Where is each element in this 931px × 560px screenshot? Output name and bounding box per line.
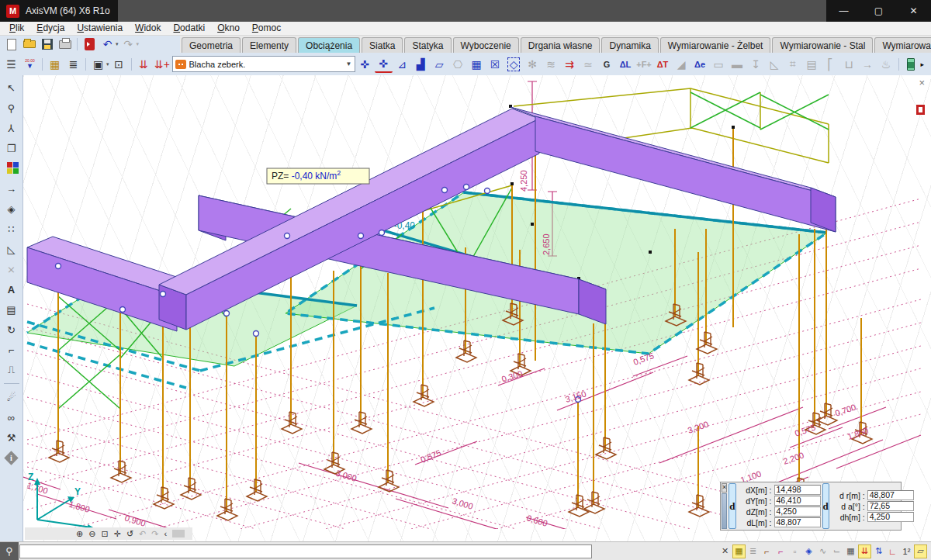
- report-button[interactable]: ≣: [64, 55, 82, 73]
- redo-button[interactable]: ↷: [120, 36, 137, 52]
- table-grid-icon[interactable]: ▦: [844, 544, 857, 558]
- dr-value[interactable]: 48,807: [867, 490, 914, 500]
- display-options-button[interactable]: ∞: [2, 409, 21, 426]
- menu-edycja[interactable]: Edycja: [30, 22, 71, 35]
- moving-load-button[interactable]: ▭: [710, 55, 728, 73]
- viewport-close-icon[interactable]: ×: [919, 78, 925, 88]
- dz-value[interactable]: 4,250: [774, 506, 821, 517]
- support-display-icon[interactable]: ⌐: [760, 544, 774, 558]
- view-redo-icon[interactable]: ↷: [151, 528, 158, 539]
- coord-panel-close-button[interactable]: ×: [722, 483, 727, 493]
- tab-wymiarowanie-drewno[interactable]: Wymiarowanie - Drewno: [874, 37, 931, 53]
- moving-load-2-button[interactable]: ▬: [729, 55, 746, 73]
- delta-toggle-button[interactable]: d: [729, 483, 735, 529]
- renumber-button[interactable]: ↻: [2, 321, 21, 338]
- temperature-chart-button[interactable]: ⇉: [561, 55, 579, 73]
- load-value-callout[interactable]: PZ= -0,40 kN/m2: [267, 168, 369, 184]
- geometry-check-button[interactable]: ◈: [2, 200, 21, 217]
- wind-load-button[interactable]: ≋: [542, 55, 560, 73]
- node-display-icon[interactable]: ▫: [788, 544, 801, 558]
- new-file-button[interactable]: [3, 36, 19, 52]
- panel-load-button[interactable]: ☒: [486, 55, 504, 73]
- frame-load-button[interactable]: ⌗: [784, 55, 802, 73]
- undo-dropdown[interactable]: ▾: [116, 41, 119, 47]
- menu-pomoc[interactable]: Pomoc: [246, 22, 287, 35]
- panel-toggle-button[interactable]: [902, 55, 920, 73]
- command-input[interactable]: [19, 544, 592, 558]
- maximize-button[interactable]: ▢: [861, 0, 896, 22]
- combo-arrow-icon[interactable]: ▼: [346, 60, 352, 67]
- tab-obciazenia[interactable]: Obciążenia: [298, 37, 360, 53]
- views-button[interactable]: ⅄: [2, 119, 21, 137]
- delete-icon[interactable]: ✕: [718, 544, 732, 558]
- zoom-out-icon[interactable]: ⊖: [88, 528, 95, 539]
- frame-load-2-button[interactable]: ▤: [803, 55, 821, 73]
- ramp-load-button[interactable]: ▟: [412, 55, 430, 73]
- tab-geometria[interactable]: Geometria: [182, 37, 241, 53]
- derived-load-button[interactable]: ◇: [505, 55, 523, 73]
- view-undo-icon[interactable]: ↶: [139, 528, 146, 539]
- fire-load-button[interactable]: ♨: [877, 55, 895, 73]
- beam-load-button[interactable]: ⊿: [393, 55, 411, 73]
- tab-drgania-wlasne[interactable]: Drgania własne: [521, 37, 600, 53]
- viewport-canvas[interactable]: PZ= -0,40: [23, 75, 931, 529]
- local-axes-icon[interactable]: ⌙: [830, 544, 843, 558]
- load-case-selector[interactable]: Blacha zeberk. ▼: [172, 56, 355, 72]
- load-case-button[interactable]: ⇊: [135, 55, 153, 73]
- toolbar-more-arrow-icon[interactable]: ▸: [921, 60, 925, 68]
- axes-display-icon[interactable]: ∟: [886, 544, 899, 558]
- support-displacement-button[interactable]: Δe: [691, 55, 709, 73]
- tables-button[interactable]: ▦: [46, 55, 64, 73]
- rotate-view-icon[interactable]: ↺: [126, 528, 133, 539]
- minimize-button[interactable]: —: [826, 0, 861, 22]
- redo-dropdown[interactable]: ▾: [137, 41, 140, 47]
- layers-button[interactable]: ☰: [2, 55, 20, 73]
- selection-pointer-button[interactable]: ↖: [2, 79, 21, 96]
- search-button[interactable]: ⚲: [0, 542, 19, 560]
- tab-wymiarowanie-stal[interactable]: Wymiarowanie - Stal: [772, 37, 873, 53]
- viewport-window-icon[interactable]: [916, 105, 925, 115]
- tab-wyboczenie[interactable]: Wyboczenie: [453, 37, 519, 53]
- spotlight-button[interactable]: ☄: [2, 389, 21, 406]
- surface-load-button[interactable]: ▱: [431, 55, 448, 73]
- tank-load-button[interactable]: ⊔: [840, 55, 858, 73]
- print-button[interactable]: [57, 36, 73, 52]
- tab-statyka[interactable]: Statyka: [404, 37, 451, 53]
- zoom-tool-button[interactable]: ⚲: [2, 99, 21, 116]
- numbering-icon[interactable]: 1²: [900, 544, 913, 558]
- text-label-button[interactable]: A: [2, 281, 21, 298]
- dy-value[interactable]: 46,410: [774, 496, 821, 506]
- save-button[interactable]: [39, 36, 55, 52]
- dynamic-response-button[interactable]: ◺: [766, 55, 784, 73]
- plane-force-button[interactable]: →: [859, 55, 877, 73]
- menu-okno[interactable]: Okno: [211, 22, 246, 35]
- gravity-button[interactable]: G: [598, 55, 616, 73]
- menu-dodatki[interactable]: Dodatki: [167, 22, 211, 35]
- options-button[interactable]: ⚒: [2, 429, 21, 446]
- menu-plik[interactable]: Plik: [3, 22, 30, 35]
- workplane-display-icon[interactable]: ▱: [914, 544, 927, 558]
- snow-load-button[interactable]: ✻: [524, 55, 542, 73]
- edge-tools-button[interactable]: ⌐: [2, 341, 21, 358]
- da-value[interactable]: 72,65: [867, 501, 914, 511]
- new-load-case-button[interactable]: ⇊+: [154, 55, 171, 73]
- render-dropdown[interactable]: ▾: [106, 61, 109, 67]
- dh-value[interactable]: 4,250: [867, 512, 914, 522]
- pan-icon[interactable]: ✛: [114, 528, 121, 539]
- moment-load-button[interactable]: ✜: [375, 55, 393, 73]
- tab-elementy[interactable]: Elementy: [242, 37, 296, 53]
- dimension-lines-button[interactable]: 20.00▼: [21, 55, 39, 73]
- close-button[interactable]: ✕: [896, 0, 931, 22]
- tab-siatka[interactable]: Siatka: [362, 37, 403, 53]
- zoom-in-icon[interactable]: ⊕: [76, 528, 83, 539]
- open-file-button[interactable]: [21, 36, 37, 52]
- crane-load-button[interactable]: ⎡: [822, 55, 839, 73]
- collapse-toolbar-icon[interactable]: ‹: [164, 528, 168, 539]
- model-viewport[interactable]: PZ= -0,40: [23, 75, 931, 541]
- zoom-fit-icon[interactable]: ⊡: [101, 528, 108, 539]
- color-coding-button[interactable]: [2, 160, 21, 177]
- render-button[interactable]: ▣: [89, 55, 107, 73]
- workplanes-button[interactable]: ▤: [2, 301, 21, 318]
- reaction-display-icon[interactable]: ⇅: [872, 544, 885, 558]
- load-display-icon[interactable]: ⇊: [858, 544, 871, 558]
